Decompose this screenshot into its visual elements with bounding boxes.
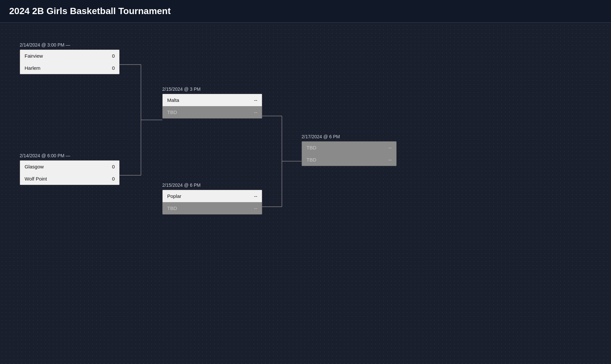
round3-match1-team2: TBD -- bbox=[302, 154, 396, 166]
team-score: -- bbox=[249, 97, 257, 103]
round3-match1-team1: TBD -- bbox=[302, 142, 396, 154]
round2-match1-box: Malta -- TBD -- bbox=[162, 94, 262, 119]
team-score: -- bbox=[249, 109, 257, 115]
team-name: Poplar bbox=[167, 193, 181, 199]
round1-match2-team1: Glasgow 0 bbox=[20, 161, 119, 173]
round1-match1-label: 2/14/2024 @ 3:00 PM — bbox=[20, 42, 120, 48]
round3-match1-label: 2/17/2024 @ 6 PM bbox=[302, 134, 397, 139]
round3-match1-box: TBD -- TBD -- bbox=[302, 141, 397, 166]
team-score: -- bbox=[249, 193, 257, 199]
round2-match1-label: 2/15/2024 @ 3 PM bbox=[162, 86, 262, 92]
round2-match2-team2: TBD -- bbox=[163, 202, 262, 214]
team-score: 0 bbox=[107, 176, 115, 182]
team-name: Glasgow bbox=[25, 164, 44, 169]
round1-match2-box: Glasgow 0 Wolf Point 0 bbox=[20, 160, 120, 185]
team-score: 0 bbox=[107, 53, 115, 59]
round1-matchup2: 2/14/2024 @ 6:00 PM — Glasgow 0 Wolf Poi… bbox=[20, 153, 120, 185]
team-name: TBD bbox=[306, 157, 316, 163]
round1-matchup1: 2/14/2024 @ 3:00 PM — Fairview 0 Harlem … bbox=[20, 42, 120, 74]
round3-matchup1: 2/17/2024 @ 6 PM TBD -- TBD -- bbox=[302, 134, 397, 166]
team-name: TBD bbox=[306, 145, 316, 150]
team-score: -- bbox=[384, 145, 392, 150]
round2-match1-team2: TBD -- bbox=[163, 106, 262, 118]
round2-match1-team1: Malta -- bbox=[163, 94, 262, 106]
team-score: -- bbox=[249, 205, 257, 211]
round1-match2-team2: Wolf Point 0 bbox=[20, 173, 119, 185]
tournament-title: 2024 2B Girls Basketball Tournament bbox=[9, 6, 602, 16]
round1-match1-team2: Harlem 0 bbox=[20, 62, 119, 74]
round2-match2-label: 2/15/2024 @ 6 PM bbox=[162, 182, 262, 188]
team-name: TBD bbox=[167, 205, 177, 211]
round1-match1-box: Fairview 0 Harlem 0 bbox=[20, 49, 120, 74]
round1-match1-team1: Fairview 0 bbox=[20, 50, 119, 62]
round2-matchup1: 2/15/2024 @ 3 PM Malta -- TBD -- bbox=[162, 86, 262, 119]
team-name: Wolf Point bbox=[25, 176, 47, 182]
team-name: Fairview bbox=[25, 53, 43, 59]
team-name: TBD bbox=[167, 109, 177, 115]
page-header: 2024 2B Girls Basketball Tournament bbox=[0, 0, 611, 23]
team-name: Harlem bbox=[25, 65, 40, 71]
round2-match2-team1: Poplar -- bbox=[163, 190, 262, 202]
team-score: 0 bbox=[107, 65, 115, 71]
team-score: -- bbox=[384, 157, 392, 163]
round1-match2-label: 2/14/2024 @ 6:00 PM — bbox=[20, 153, 120, 158]
team-name: Malta bbox=[167, 97, 179, 103]
team-score: 0 bbox=[107, 164, 115, 169]
round2-matchup2: 2/15/2024 @ 6 PM Poplar -- TBD -- bbox=[162, 182, 262, 215]
round2-match2-box: Poplar -- TBD -- bbox=[162, 190, 262, 215]
